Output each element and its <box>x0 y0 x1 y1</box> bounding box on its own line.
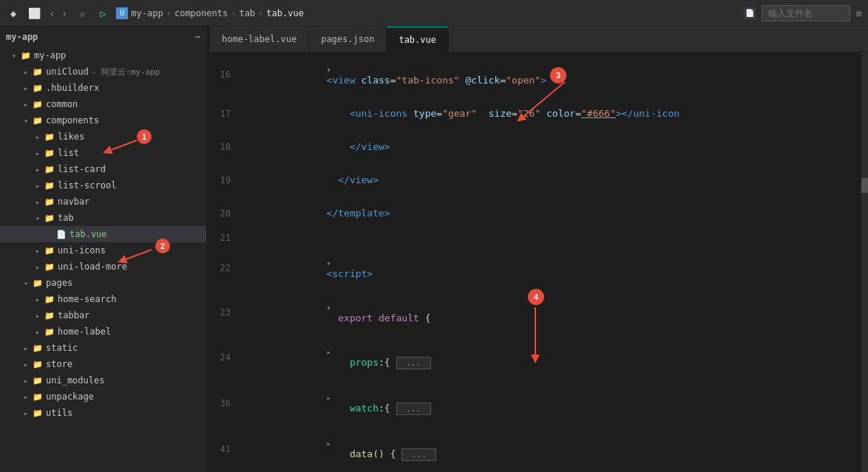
tab-label: tab.vue <box>399 35 436 45</box>
line-content[interactable]: </template> <box>240 196 868 230</box>
folder-label: home-search <box>58 294 116 304</box>
folder-icon: 📁 <box>44 262 55 272</box>
breadcrumb-tab[interactable]: tab <box>239 8 255 18</box>
folder-icon: 📁 <box>44 132 55 142</box>
code-table: 16 ▾ <view class="tab-icons" @click="ope… <box>210 52 868 472</box>
sidebar-item-static[interactable]: ▸ 📁 static <box>0 340 206 356</box>
sidebar-item-tab-vue[interactable]: 📄 tab.vue <box>0 226 206 242</box>
line-content[interactable] <box>240 230 868 246</box>
chevron-right-icon: ▸ <box>35 295 43 304</box>
folder-label: my-app <box>34 50 66 61</box>
line-content[interactable]: ▸ watch:{ ... <box>240 380 868 426</box>
sidebar-item-home-search[interactable]: ▸ 📁 home-search <box>0 291 206 307</box>
code-line-36: 36 ▸ watch:{ ... <box>210 380 868 426</box>
sidebar-item-list-scrool[interactable]: ▸ 📁 list-scrool <box>0 177 206 194</box>
nav-back-button[interactable]: ‹ <box>47 6 57 21</box>
folder-icon: 📁 <box>33 100 43 109</box>
code-line-17: 17 <uni-icons type="gear" size="26" colo… <box>210 97 868 130</box>
tab-tab-vue[interactable]: tab.vue <box>387 27 449 52</box>
sidebar-item-uni-load-more[interactable]: ▸ 📁 uni-load-more <box>0 259 206 275</box>
line-content[interactable]: </view> <box>240 130 868 163</box>
sidebar-item-navbar[interactable]: ▸ 📁 navbar <box>0 194 206 210</box>
folder-label: static <box>46 343 78 353</box>
sidebar-item-unpackage[interactable]: ▸ 📁 unpackage <box>0 389 206 405</box>
line-content[interactable]: ▸ props:{ ... <box>240 335 868 380</box>
file-label: tab.vue <box>69 229 107 239</box>
sidebar-item-tabbar[interactable]: ▸ 📁 tabbar <box>0 307 206 324</box>
chevron-right-icon: ▸ <box>24 84 31 92</box>
fold-icon[interactable]: ▾ <box>327 259 331 267</box>
sidebar-item-uni-icons[interactable]: ▸ 📁 uni-icons <box>0 242 206 259</box>
chevron-right-icon: ▸ <box>35 182 43 190</box>
chevron-right-icon: ▸ <box>35 198 43 206</box>
sidebar-item-components[interactable]: ▾ 📁 components <box>0 112 206 129</box>
sidebar-item-pages[interactable]: ▾ 📁 pages <box>0 275 206 291</box>
code-line-24: 24 ▸ props:{ ... <box>210 335 868 380</box>
run-icon[interactable]: ▷ <box>95 6 110 21</box>
collapsed-props[interactable]: ... <box>396 357 431 369</box>
tab-home-label[interactable]: home-label.vue <box>210 27 309 52</box>
collapsed-data[interactable]: ... <box>401 448 436 461</box>
sidebar-item-home-label[interactable]: ▸ 📁 home-label <box>0 324 206 340</box>
fold-icon[interactable]: ▾ <box>327 304 331 312</box>
file-name-input[interactable] <box>762 5 850 21</box>
chevron-right-icon: ▸ <box>24 344 31 352</box>
folder-icon: 📁 <box>33 360 43 369</box>
fold-icon[interactable]: ▾ <box>327 66 331 74</box>
sidebar-item-unicloud[interactable]: ▸ 📁 uniCloud - 阿里云:my-app <box>0 64 206 80</box>
chevron-down-icon: ▾ <box>12 52 19 60</box>
line-number: 24 <box>210 335 240 380</box>
sidebar: my-app ⋯ ▾ 📁 my-app ▸ 📁 uniCloud - 阿里云:m… <box>0 27 207 472</box>
chevron-down-icon: ▾ <box>24 279 31 287</box>
fold-icon[interactable]: ▸ <box>327 394 331 402</box>
folder-icon: 📁 <box>33 278 43 288</box>
code-editor[interactable]: 16 ▾ <view class="tab-icons" @click="ope… <box>210 52 868 472</box>
sidebar-item-utils[interactable]: ▸ 📁 utils <box>0 405 206 421</box>
line-number: 16 <box>210 52 240 97</box>
project-icon: U <box>116 7 128 19</box>
star-icon[interactable]: ☆ <box>75 6 89 21</box>
line-content[interactable]: ▾ <view class="tab-icons" @click="open"> <box>240 52 868 97</box>
folder-icon: 📁 <box>44 327 55 337</box>
sidebar-item-list-card[interactable]: ▸ 📁 list-card <box>0 161 206 177</box>
chevron-right-icon: ▸ <box>24 68 31 76</box>
line-content[interactable]: ▸ data() { ... <box>240 426 868 472</box>
sidebar-collapse-icon[interactable]: ⋯ <box>195 32 200 42</box>
file-icon: 📄 <box>56 230 67 239</box>
scrollbar-track[interactable] <box>861 52 868 472</box>
fold-icon[interactable]: ▸ <box>327 348 331 356</box>
scrollbar-thumb[interactable] <box>861 178 868 193</box>
breadcrumb-my-app[interactable]: my-app <box>131 8 163 18</box>
breadcrumb-file[interactable]: tab.vue <box>266 8 304 18</box>
line-content[interactable]: ▾ export default { <box>240 290 868 335</box>
line-content[interactable]: <uni-icons type="gear" size="26" color="… <box>240 97 868 130</box>
sidebar-item-hbuilderx[interactable]: ▸ 📁 .hbuilderx <box>0 80 206 96</box>
editor-area: home-label.vue pages.json tab.vue 16 ▾ <… <box>210 27 868 472</box>
breadcrumb-components[interactable]: components <box>174 8 228 18</box>
sidebar-item-uni-modules[interactable]: ▸ 📁 uni_modules <box>0 372 206 389</box>
save-icon[interactable]: ⬜ <box>27 6 41 21</box>
sidebar-item-store[interactable]: ▸ 📁 store <box>0 356 206 372</box>
line-number: 36 <box>210 380 240 426</box>
chevron-right-icon: ▸ <box>24 409 31 417</box>
fold-icon[interactable]: ▸ <box>327 439 331 448</box>
top-bar-right: 📄 ≡ <box>744 5 862 21</box>
tab-pages-json[interactable]: pages.json <box>309 27 387 52</box>
nav-buttons: ‹ › <box>47 6 69 21</box>
line-content[interactable]: ▾ <script> <box>240 246 868 290</box>
sidebar-item-list[interactable]: ▸ 📁 list <box>0 145 206 161</box>
folder-icon: 📁 <box>33 83 43 93</box>
line-content[interactable]: </view> <box>240 163 868 196</box>
sidebar-item-tab[interactable]: ▾ 📁 tab <box>0 210 206 226</box>
folder-icon: 📁 <box>44 246 55 256</box>
nav-forward-button[interactable]: › <box>60 6 69 21</box>
folder-icon: 📁 <box>33 343 43 353</box>
sidebar-item-my-app[interactable]: ▾ 📁 my-app <box>0 47 206 64</box>
chevron-right-icon: ▸ <box>24 100 31 109</box>
code-line-18: 18 </view> <box>210 130 868 163</box>
sidebar-item-likes[interactable]: ▸ 📁 likes <box>0 129 206 145</box>
collapsed-watch[interactable]: ... <box>396 403 431 415</box>
filter-icon[interactable]: ≡ <box>856 7 862 19</box>
folder-icon: 📁 <box>44 213 55 223</box>
sidebar-item-common[interactable]: ▸ 📁 common <box>0 96 206 112</box>
